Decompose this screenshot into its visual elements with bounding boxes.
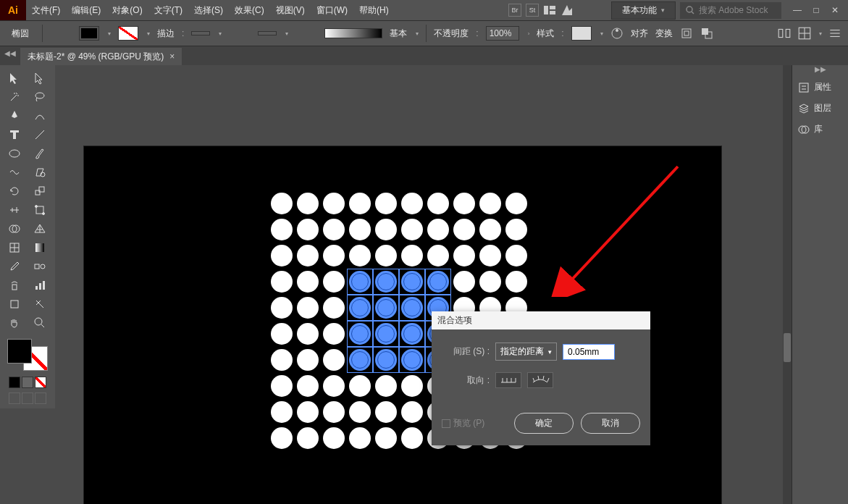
search-stock[interactable]: 搜索 Adobe Stock [680, 2, 781, 19]
dot [323, 401, 345, 423]
align-label[interactable]: 对齐 [631, 28, 648, 40]
menu-file[interactable]: 文件(F) [26, 4, 66, 17]
checkbox-icon [442, 419, 450, 428]
svg-point-41 [35, 318, 42, 325]
curvature-tool[interactable] [28, 107, 51, 125]
draw-behind[interactable] [22, 392, 33, 404]
draw-inside[interactable] [35, 392, 46, 404]
type-tool[interactable] [3, 126, 26, 143]
collapse-panels-icon[interactable]: ◀◀ [4, 49, 16, 57]
menu-edit[interactable]: 编辑(E) [66, 4, 106, 17]
fill-color-swatch[interactable] [7, 339, 32, 364]
panel-layers[interactable]: 图层 [792, 98, 848, 119]
slice-tool[interactable] [28, 295, 51, 313]
snap-icon[interactable] [777, 26, 792, 41]
artboard-tool[interactable] [3, 295, 26, 313]
vertical-scrollbar[interactable] [783, 65, 792, 504]
menu-window[interactable]: 窗口(W) [311, 4, 353, 17]
zoom-tool[interactable] [28, 314, 51, 332]
eraser-tool[interactable] [28, 164, 51, 181]
mesh-tool[interactable] [3, 239, 26, 256]
menu-object[interactable]: 对象(O) [106, 4, 148, 17]
menu-help[interactable]: 帮助(H) [353, 4, 395, 17]
magic-wand-tool[interactable] [3, 88, 26, 106]
pathfinder-icon[interactable] [700, 27, 713, 40]
recolor-icon[interactable] [610, 27, 624, 40]
ellipse-tool[interactable] [3, 145, 26, 162]
shaper-tool[interactable] [3, 164, 26, 181]
document-tab[interactable]: 未标题-2* @ 49% (RGB/GPU 预览) × [20, 48, 182, 65]
rotate-tool[interactable] [3, 182, 26, 200]
spacing-value-input[interactable] [563, 344, 615, 360]
fill-swatch[interactable] [79, 26, 99, 41]
stock-icon[interactable]: St [526, 4, 539, 17]
graph-tool[interactable] [28, 277, 51, 294]
direct-select-tool[interactable] [28, 70, 51, 87]
perspective-tool[interactable] [28, 220, 51, 238]
stroke-swatch[interactable] [118, 26, 138, 41]
color-mode-solid[interactable] [9, 377, 20, 388]
maximize-button[interactable]: □ [807, 4, 825, 17]
arrange-docs-icon[interactable] [543, 4, 556, 17]
menu-type[interactable]: 文字(T) [148, 4, 188, 17]
panel-properties[interactable]: 属性 [792, 77, 848, 98]
panel-libraries[interactable]: 库 [792, 119, 848, 140]
chevron-down-icon[interactable]: › [528, 30, 530, 37]
close-button[interactable]: ✕ [826, 4, 844, 17]
free-transform-tool[interactable] [28, 201, 51, 219]
pen-tool[interactable] [3, 107, 26, 125]
stroke-weight-input[interactable] [191, 31, 210, 35]
dot [375, 323, 397, 345]
prefs-icon[interactable] [828, 26, 842, 41]
line-tool[interactable] [28, 126, 51, 143]
canvas-area[interactable] [55, 65, 783, 504]
bridge-icon[interactable]: Br [508, 4, 521, 17]
eyedropper-tool[interactable] [3, 258, 26, 275]
color-mode-none[interactable] [35, 377, 46, 388]
draw-mode-row [3, 392, 52, 404]
blend-tool[interactable] [28, 258, 51, 275]
isolate-icon[interactable] [680, 27, 693, 40]
selection-tool[interactable] [3, 70, 26, 87]
dialog-title[interactable]: 混合选项 [432, 311, 650, 329]
dot [271, 271, 293, 293]
collapse-panels-icon[interactable]: ▶▶ [792, 65, 848, 77]
spacing-mode-dropdown[interactable]: 指定的距离 ▾ [495, 343, 557, 361]
draw-normal[interactable] [9, 392, 20, 404]
brush-profile[interactable] [324, 28, 382, 38]
hand-tool[interactable] [3, 314, 26, 332]
workspace-dropdown[interactable]: 基本功能 ▾ [611, 1, 676, 20]
close-tab-icon[interactable]: × [169, 51, 175, 62]
orient-page-button[interactable] [495, 372, 521, 388]
ok-button[interactable]: 确定 [514, 413, 574, 434]
color-mode-gradient[interactable] [22, 377, 33, 388]
layers-icon [798, 103, 810, 114]
symbol-sprayer-tool[interactable] [3, 277, 26, 294]
app-logo: Ai [0, 0, 26, 20]
orient-path-button[interactable] [527, 372, 553, 388]
opacity-input[interactable]: 100% [486, 26, 519, 41]
transform-label[interactable]: 变换 [655, 28, 673, 40]
cancel-button[interactable]: 取消 [581, 413, 640, 434]
preview-checkbox[interactable]: 预览 (P) [442, 417, 484, 429]
spacing-label: 间距 (S) : [442, 345, 490, 358]
brush-tool[interactable] [28, 145, 51, 162]
vw-profile-input[interactable] [258, 31, 277, 35]
grid-icon[interactable] [797, 26, 812, 41]
minimize-button[interactable]: — [789, 4, 806, 17]
tools-panel [0, 65, 55, 408]
scale-tool[interactable] [28, 182, 51, 200]
shape-builder-tool[interactable] [3, 220, 26, 238]
menu-select[interactable]: 选择(S) [188, 4, 229, 17]
dot [323, 349, 345, 371]
lasso-tool[interactable] [28, 88, 51, 106]
fill-stroke-swatches[interactable] [6, 337, 49, 372]
width-tool[interactable] [3, 201, 26, 219]
menu-effect[interactable]: 效果(C) [229, 4, 270, 17]
scrollbar-thumb[interactable] [784, 333, 791, 362]
style-swatch[interactable] [571, 26, 592, 41]
menu-view[interactable]: 视图(V) [270, 4, 311, 17]
gpu-icon[interactable] [561, 4, 574, 17]
svg-line-20 [35, 130, 44, 139]
gradient-tool[interactable] [28, 239, 51, 256]
